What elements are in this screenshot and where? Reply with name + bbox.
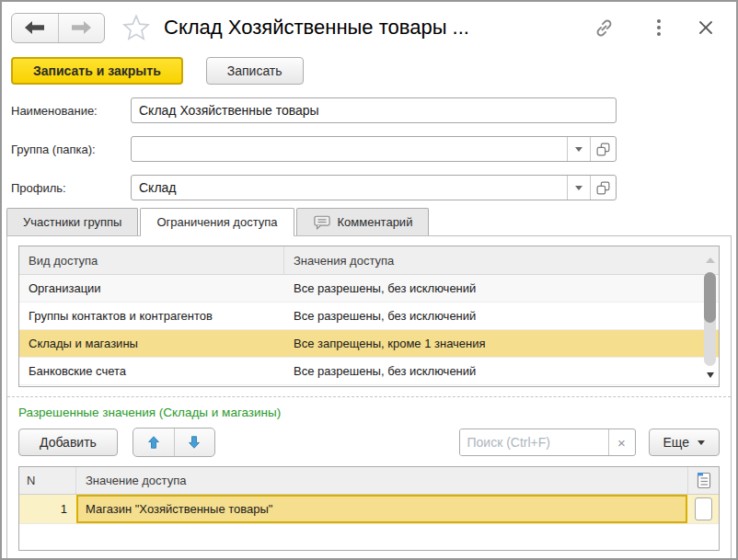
row-number: 1 bbox=[19, 495, 76, 523]
profile-dropdown-button[interactable] bbox=[567, 176, 590, 200]
get-link-button[interactable] bbox=[592, 16, 617, 40]
favorite-star-icon[interactable] bbox=[121, 13, 151, 42]
title-bar: Склад Хозяйственные товары ... bbox=[2, 2, 736, 53]
move-up-button[interactable] bbox=[133, 429, 174, 456]
column-header-n[interactable]: N bbox=[19, 467, 76, 494]
scrollbar-track[interactable] bbox=[704, 272, 716, 366]
search-field: × bbox=[459, 429, 636, 456]
forward-icon bbox=[71, 20, 91, 35]
name-field bbox=[131, 97, 617, 123]
allowed-values-heading: Разрешенные значения (Склады и магазины) bbox=[18, 406, 720, 419]
back-button[interactable] bbox=[12, 14, 58, 42]
command-bar: Записать и закрыть Записать bbox=[2, 53, 736, 92]
save-button[interactable]: Записать bbox=[206, 57, 304, 85]
dropdown-arrow-icon bbox=[698, 440, 705, 445]
back-icon bbox=[25, 20, 45, 35]
dropdown-arrow-icon bbox=[575, 147, 582, 152]
tab-strip: Участники группы Ограничения доступа Ком… bbox=[6, 208, 736, 235]
profile-field-label: Профиль: bbox=[11, 181, 131, 195]
profile-open-button[interactable] bbox=[590, 176, 616, 200]
empty-table-area bbox=[19, 524, 719, 550]
allowed-values-table: N Значение доступа 1 Магазин "Хозяйствен… bbox=[18, 466, 720, 551]
profile-field-row: Профиль: bbox=[11, 175, 736, 200]
more-menu-icon bbox=[657, 19, 661, 23]
nav-history-group bbox=[11, 13, 105, 43]
access-kinds-table: Вид доступа Значения доступа Организации… bbox=[18, 246, 720, 387]
allowed-values-header: N Значение доступа bbox=[19, 467, 719, 495]
close-button[interactable] bbox=[698, 19, 714, 36]
group-open-button[interactable] bbox=[590, 137, 616, 161]
group-dropdown-button[interactable] bbox=[567, 137, 590, 161]
open-picker-icon bbox=[595, 180, 611, 196]
link-icon bbox=[592, 16, 617, 40]
comment-icon bbox=[313, 214, 331, 231]
tab-group-members[interactable]: Участники группы bbox=[6, 208, 138, 235]
row-checkbox[interactable] bbox=[695, 497, 712, 520]
profile-field bbox=[131, 175, 617, 200]
dropdown-arrow-icon bbox=[575, 186, 582, 190]
table-row-selected[interactable]: 1 Магазин "Хозяйственные товары" bbox=[19, 495, 719, 524]
clear-search-icon: × bbox=[617, 435, 626, 451]
tab-label: Комментарий bbox=[338, 215, 413, 229]
move-down-icon bbox=[185, 433, 203, 451]
close-icon bbox=[698, 19, 714, 36]
group-input[interactable] bbox=[132, 137, 567, 161]
section-splitter[interactable] bbox=[7, 396, 731, 397]
open-picker-icon bbox=[595, 142, 611, 157]
form: Наименование: Группа (папка): Профиль: bbox=[2, 97, 736, 200]
scroll-down-icon[interactable] bbox=[707, 372, 714, 378]
table-row[interactable]: Организации Все разрешены, без исключени… bbox=[19, 275, 719, 303]
forward-button[interactable] bbox=[58, 14, 105, 42]
search-input[interactable] bbox=[460, 429, 608, 455]
column-header-access-values[interactable]: Значения доступа bbox=[284, 254, 719, 268]
list-settings-button[interactable] bbox=[687, 467, 719, 494]
table-row-selected[interactable]: Склады и магазины Все запрещены, кроме 1… bbox=[19, 330, 719, 358]
name-field-label: Наименование: bbox=[11, 104, 131, 118]
access-value-cell[interactable]: Магазин "Хозяйственные товары" bbox=[76, 495, 687, 523]
name-field-row: Наименование: bbox=[11, 97, 736, 123]
window-title: Склад Хозяйственные товары ... bbox=[164, 16, 469, 40]
list-settings-icon bbox=[697, 472, 711, 489]
group-field-label: Группа (папка): bbox=[11, 143, 131, 156]
profile-input[interactable] bbox=[132, 176, 567, 200]
scrollbar-thumb[interactable] bbox=[704, 272, 716, 323]
access-table-header: Вид доступа Значения доступа bbox=[19, 246, 719, 275]
tab-access-restrictions[interactable]: Ограничения доступа bbox=[140, 208, 294, 235]
add-button[interactable]: Добавить bbox=[18, 429, 118, 456]
more-menu-button[interactable] bbox=[657, 19, 661, 36]
save-and-close-button[interactable]: Записать и закрыть bbox=[11, 57, 183, 85]
vertical-scrollbar[interactable] bbox=[702, 247, 718, 385]
group-field-row: Группа (папка): bbox=[11, 136, 736, 162]
access-restrictions-panel: Вид доступа Значения доступа Организации… bbox=[6, 235, 732, 560]
move-buttons-group bbox=[133, 428, 215, 457]
clear-search-button[interactable]: × bbox=[608, 429, 635, 455]
more-actions-button[interactable]: Еще bbox=[649, 429, 721, 456]
column-header-access-kind[interactable]: Вид доступа bbox=[19, 246, 284, 274]
move-down-button[interactable] bbox=[174, 429, 214, 456]
table-row[interactable]: Банковские счета Все разрешены, без искл… bbox=[19, 358, 719, 385]
group-field bbox=[131, 136, 617, 162]
table-row[interactable]: Группы контактов и контрагентов Все разр… bbox=[19, 303, 719, 330]
tab-comment[interactable]: Комментарий bbox=[296, 208, 430, 235]
scroll-up-icon[interactable] bbox=[706, 257, 715, 263]
tab-label: Ограничения доступа bbox=[156, 215, 277, 229]
tab-label: Участники группы bbox=[23, 215, 121, 229]
allowed-values-toolbar: Добавить × Еще bbox=[18, 428, 720, 457]
move-up-icon bbox=[144, 433, 163, 451]
name-input[interactable] bbox=[132, 98, 616, 122]
column-header-value[interactable]: Значение доступа bbox=[76, 474, 687, 487]
